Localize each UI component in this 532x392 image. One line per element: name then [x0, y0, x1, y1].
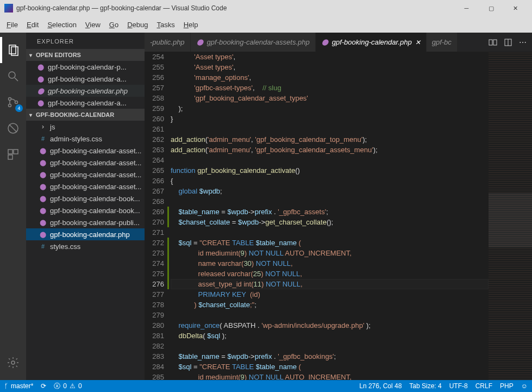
tree-file[interactable]: ⬤gpf-booking-calendar-publi...	[26, 216, 145, 228]
line-gutter: 2542552562572582592602612622632642652662…	[145, 52, 171, 380]
code-line[interactable]: $table_name = $wpdb->prefix . '_gpfbc_bo…	[171, 351, 489, 362]
code-line[interactable]: {	[171, 176, 489, 186]
code-line[interactable]: add_action('admin_menu', 'gpf_booking_ca…	[171, 134, 489, 145]
editor-body[interactable]: 2542552562572582592602612622632642652662…	[145, 52, 532, 380]
tree-file[interactable]: ⬤gpf-booking-calendar.php	[26, 228, 145, 240]
code-line[interactable]	[171, 341, 489, 351]
menu-view[interactable]: View	[81, 21, 105, 29]
tree-folder[interactable]: js	[26, 121, 145, 133]
tree-item-label: gpf-booking-calendar-book...	[50, 207, 140, 215]
menu-debug[interactable]: Debug	[123, 21, 152, 29]
status-eol[interactable]: CRLF	[475, 382, 492, 390]
menu-go[interactable]: Go	[105, 21, 123, 29]
window-title: gpf-booking-calendar.php — gpf-booking-c…	[16, 4, 227, 12]
activity-extensions[interactable]	[0, 141, 26, 167]
status-sync[interactable]: ⟳	[41, 382, 46, 390]
code-line[interactable]	[171, 227, 489, 238]
code-line[interactable]: $sql = "CREATE TABLE $table_name (	[171, 362, 489, 372]
status-feedback[interactable]: ☺	[521, 382, 528, 390]
code-line[interactable]: released varchar(25) NOT NULL,	[171, 269, 489, 279]
compare-icon[interactable]	[489, 38, 497, 47]
activity-explorer[interactable]	[0, 37, 26, 63]
code-line[interactable]	[171, 310, 489, 320]
activity-scm[interactable]: 4	[0, 89, 26, 115]
code-line[interactable]	[171, 124, 489, 134]
section-project[interactable]: ▾ GPF-BOOKING-CALENDAR	[26, 109, 145, 121]
editor-tab[interactable]: gpf-bc	[427, 33, 458, 52]
php-icon: ⬤	[39, 219, 47, 226]
tree-file[interactable]: ⬤gpf-booking-calendar-asset...	[26, 181, 145, 192]
status-lang[interactable]: PHP	[500, 382, 514, 390]
svg-point-12	[11, 361, 15, 364]
code-content[interactable]: 'Asset types', 'Asset types', 'manage_op…	[171, 52, 489, 380]
tree-file[interactable]: ⬤gpf-booking-calendar-asset...	[26, 169, 145, 181]
open-editor-item[interactable]: ⬤gpf-booking-calendar-p...	[26, 61, 145, 73]
activity-search[interactable]	[0, 63, 26, 89]
tree-item-label: js	[50, 123, 55, 131]
code-line[interactable]: 'gpf_booking_calendar_asset_types'	[171, 93, 489, 103]
tree-item-label: admin-styles.css	[50, 135, 102, 143]
code-line[interactable]: $charset_collate = $wpdb->get_charset_co…	[171, 217, 489, 227]
status-encoding[interactable]: UTF-8	[449, 382, 468, 390]
code-line[interactable]: ) $charset_collate;";	[171, 300, 489, 310]
code-line[interactable]: $table_name = $wpdb->prefix . '_gpfbc_as…	[171, 207, 489, 217]
code-line[interactable]: $sql = "CREATE TABLE $table_name (	[171, 238, 489, 248]
code-line[interactable]	[171, 155, 489, 165]
menu-edit[interactable]: Edit	[22, 21, 43, 29]
code-line[interactable]: 'Asset types',	[171, 62, 489, 72]
split-icon[interactable]	[504, 38, 512, 47]
code-line[interactable]: asset_type_id int(11) NOT NULL,	[171, 279, 489, 289]
editor-tab[interactable]: ⬤gpf-booking-calendar-assets.php	[191, 33, 316, 52]
code-line[interactable]: name varchar(30) NOT NULL,	[171, 258, 489, 269]
menu-file[interactable]: File	[2, 21, 22, 29]
code-line[interactable]: 'manage_options',	[171, 72, 489, 83]
open-editor-item[interactable]: ⬤gpf-booking-calendar-a...	[26, 97, 145, 109]
open-editor-item[interactable]: ⬤gpf-booking-calendar-a...	[26, 73, 145, 85]
more-icon[interactable]: ⋯	[519, 38, 527, 47]
code-line[interactable]: global $wpdb;	[171, 186, 489, 196]
php-icon: ⬤	[37, 63, 45, 71]
activity-settings[interactable]	[0, 350, 26, 376]
close-icon[interactable]: ✕	[415, 39, 421, 46]
status-branch[interactable]: ᚶ master*	[4, 382, 33, 390]
menu-selection[interactable]: Selection	[43, 21, 80, 29]
tree-file[interactable]: #admin-styles.css	[26, 133, 145, 145]
code-line[interactable]: id mediumint(9) NOT NULL AUTO_INCREMENT,	[171, 372, 489, 380]
tree-item-label: gpf-booking-calendar-asset...	[50, 159, 141, 167]
minimap[interactable]	[489, 52, 532, 380]
code-line[interactable]: 'Asset types',	[171, 52, 489, 62]
code-line[interactable]: function gpf_booking_calendar_activate()	[171, 165, 489, 176]
code-line[interactable]: id mediumint(9) NOT NULL AUTO_INCREMENT,	[171, 248, 489, 258]
code-line[interactable]: dbDelta( $sql );	[171, 331, 489, 341]
code-line[interactable]: 'gpfbc-asset-types', // slug	[171, 83, 489, 93]
menu-help[interactable]: Help	[179, 21, 203, 29]
status-problems[interactable]: ⓧ 0 ⚠ 0	[54, 382, 82, 391]
tree-file[interactable]: ⬤gpf-booking-calendar-book...	[26, 204, 145, 216]
chevron-down-icon: ▾	[27, 52, 34, 58]
activity-debug[interactable]	[0, 115, 26, 141]
tree-file[interactable]: ⬤gpf-booking-calendar-book...	[26, 192, 145, 204]
code-line[interactable]: }	[171, 114, 489, 124]
minimap-viewport[interactable]	[489, 193, 532, 247]
status-indent[interactable]: Tab Size: 4	[409, 382, 441, 390]
code-line[interactable]	[171, 196, 489, 207]
code-line[interactable]: require_once( ABSPATH . 'wp-admin/includ…	[171, 320, 489, 331]
close-button[interactable]: ✕	[503, 0, 528, 16]
editor-tab[interactable]: ⬤gpf-booking-calendar.php✕	[316, 33, 427, 52]
tab-label: gpf-bc	[432, 38, 452, 46]
tree-file[interactable]: #styles.css	[26, 240, 145, 252]
minimize-button[interactable]: ─	[454, 0, 479, 16]
status-cursor[interactable]: Ln 276, Col 48	[359, 382, 402, 390]
maximize-button[interactable]: ▢	[479, 0, 503, 16]
open-editor-item[interactable]: ⬤gpf-booking-calendar.php	[26, 85, 145, 97]
section-open-editors[interactable]: ▾ OPEN EDITORS	[26, 49, 145, 61]
svg-rect-10	[14, 150, 18, 154]
svg-line-8	[9, 125, 17, 132]
tree-file[interactable]: ⬤gpf-booking-calendar-asset...	[26, 145, 145, 157]
tree-file[interactable]: ⬤gpf-booking-calendar-asset...	[26, 157, 145, 169]
code-line[interactable]: add_action('admin_menu', 'gpf_booking_ca…	[171, 145, 489, 155]
menu-tasks[interactable]: Tasks	[152, 21, 179, 29]
code-line[interactable]: );	[171, 103, 489, 114]
code-line[interactable]: PRIMARY KEY (id)	[171, 289, 489, 300]
editor-tab[interactable]: -public.php	[145, 33, 191, 52]
